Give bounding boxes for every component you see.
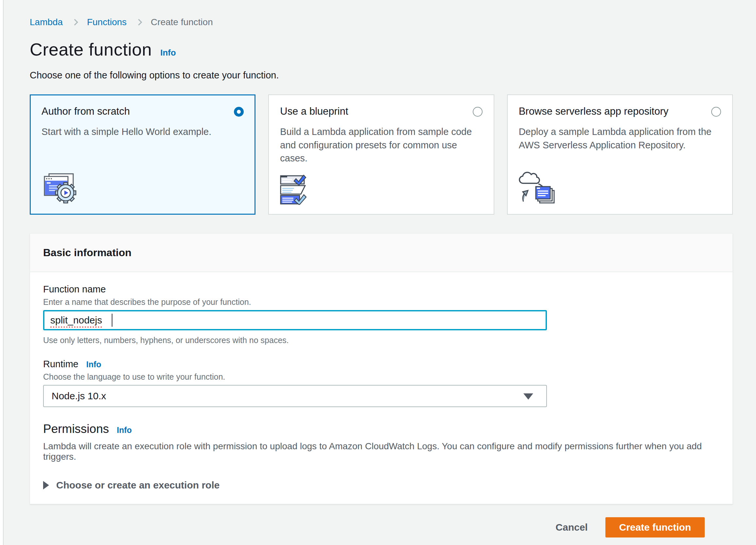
collapsed-sidebar-rail[interactable] bbox=[0, 0, 4, 545]
chevron-right-icon bbox=[136, 19, 142, 25]
card-browse-serverless-app-repository[interactable]: Browse serverless app repository Deploy … bbox=[507, 94, 733, 215]
card-title: Browse serverless app repository bbox=[519, 106, 668, 117]
function-name-value: split_nodejs bbox=[50, 315, 102, 326]
panel-title: Basic information bbox=[43, 247, 131, 259]
card-description: Build a Lambda application from sample c… bbox=[280, 125, 476, 165]
radio-selected-icon[interactable] bbox=[234, 107, 244, 117]
page-title: Create function bbox=[30, 39, 152, 59]
runtime-label: Runtime bbox=[43, 359, 78, 370]
radio-unselected-icon[interactable] bbox=[711, 107, 721, 117]
card-title: Author from scratch bbox=[41, 106, 130, 117]
breadcrumb-current: Create function bbox=[151, 17, 213, 27]
function-name-help: Enter a name that describes the purpose … bbox=[43, 297, 719, 307]
permissions-description: Lambda will create an execution role wit… bbox=[43, 441, 719, 462]
runtime-help: Choose the language to use to write your… bbox=[43, 372, 719, 382]
author-from-scratch-icon bbox=[42, 171, 80, 206]
execution-role-expander-label: Choose or create an execution role bbox=[56, 480, 220, 491]
card-author-from-scratch[interactable]: Author from scratch Start with a simple … bbox=[30, 94, 255, 215]
card-title: Use a blueprint bbox=[280, 106, 348, 117]
execution-role-expander[interactable]: Choose or create an execution role bbox=[43, 480, 719, 491]
chevron-right-icon bbox=[72, 19, 78, 25]
permissions-info-link[interactable]: Info bbox=[117, 425, 132, 435]
cancel-button[interactable]: Cancel bbox=[556, 522, 588, 533]
card-description: Deploy a sample Lambda application from … bbox=[519, 125, 715, 152]
breadcrumb-lambda[interactable]: Lambda bbox=[30, 17, 63, 27]
serverless-repo-icon bbox=[519, 169, 557, 206]
basic-information-panel: Basic information Function name Enter a … bbox=[30, 233, 733, 504]
blueprint-icon bbox=[280, 175, 315, 206]
function-name-constraint: Use only letters, numbers, hyphens, or u… bbox=[43, 336, 719, 345]
card-description: Start with a simple Hello World example. bbox=[41, 125, 238, 139]
text-caret bbox=[112, 314, 112, 327]
breadcrumb-functions[interactable]: Functions bbox=[87, 17, 126, 27]
breadcrumb: Lambda Functions Create function bbox=[30, 17, 733, 27]
permissions-heading: Permissions bbox=[43, 422, 109, 436]
creation-option-cards: Author from scratch Start with a simple … bbox=[30, 94, 733, 215]
create-function-button[interactable]: Create function bbox=[605, 517, 705, 537]
runtime-select[interactable]: Node.js 10.x bbox=[43, 385, 547, 407]
radio-unselected-icon[interactable] bbox=[473, 107, 483, 117]
function-name-input[interactable]: split_nodejs bbox=[43, 310, 547, 330]
footer-actions: Cancel Create function bbox=[30, 517, 733, 537]
dropdown-arrow-icon bbox=[523, 393, 533, 400]
card-use-a-blueprint[interactable]: Use a blueprint Build a Lambda applicati… bbox=[268, 94, 494, 215]
runtime-info-link[interactable]: Info bbox=[86, 360, 101, 369]
title-info-link[interactable]: Info bbox=[160, 48, 176, 58]
function-name-label: Function name bbox=[43, 284, 719, 295]
expand-triangle-icon bbox=[43, 481, 49, 489]
main-content: Lambda Functions Create function Create … bbox=[30, 0, 733, 537]
page-subtitle: Choose one of the following options to c… bbox=[30, 70, 733, 81]
runtime-selected-value: Node.js 10.x bbox=[52, 390, 106, 402]
